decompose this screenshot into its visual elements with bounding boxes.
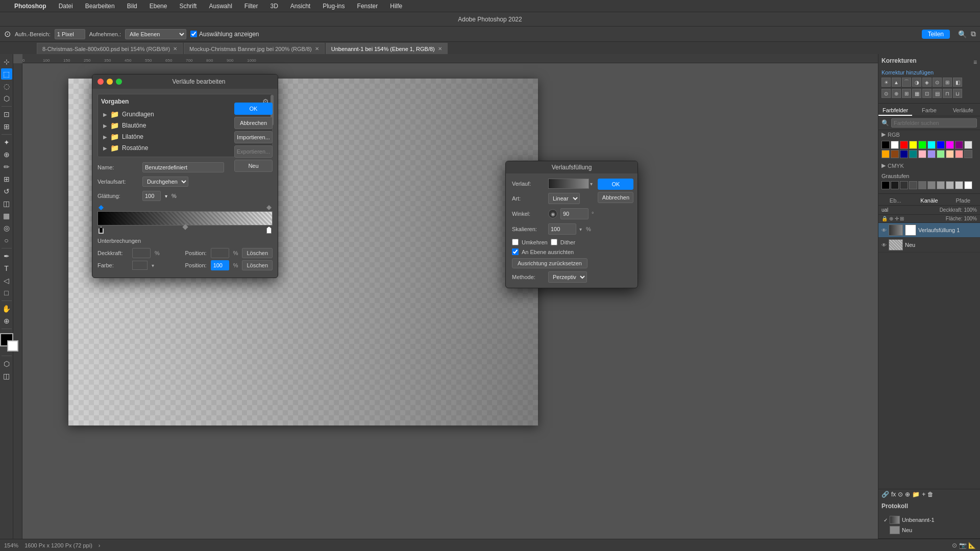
swatch-green[interactable] <box>918 141 926 149</box>
adj-icon[interactable]: ⊕ <box>905 491 910 498</box>
glaettung-input[interactable] <box>142 191 161 201</box>
abbrechen-button[interactable]: Abbrechen <box>234 117 273 129</box>
fill-gradient-arrow[interactable]: ▾ <box>590 181 593 187</box>
gs-7[interactable] <box>946 181 954 189</box>
auswahl-checkbox[interactable] <box>190 31 197 37</box>
menu-bild[interactable]: Bild <box>125 3 139 10</box>
tool-move[interactable]: ⊹ <box>1 56 12 67</box>
gs-4[interactable] <box>918 181 926 189</box>
arrange-button[interactable]: ⧉ <box>971 30 976 38</box>
name-input[interactable] <box>142 162 224 172</box>
tool-pen[interactable]: ✒ <box>1 251 12 262</box>
fill-ok-btn[interactable]: OK <box>598 179 633 190</box>
mask-icon[interactable]: ⊙ <box>898 491 903 498</box>
corr-extra[interactable]: ⊔ <box>953 89 962 98</box>
deckkraft-input[interactable] <box>132 248 151 258</box>
ausrichtung-btn[interactable]: Ausrichtung zurücksetzen <box>512 258 587 268</box>
tool-history-brush[interactable]: ↺ <box>1 186 12 197</box>
tool-text[interactable]: T <box>1 263 12 274</box>
corr-threshold[interactable]: ⊡ <box>922 89 932 98</box>
gs-8[interactable] <box>955 181 963 189</box>
corr-colorsearch[interactable]: ⊞ <box>902 89 911 98</box>
corr-posterize[interactable]: ▦ <box>912 89 921 98</box>
search-button[interactable]: 🔍 <box>958 30 967 38</box>
new-layer-icon[interactable]: + <box>922 491 925 498</box>
tool-select[interactable]: ⬚ <box>1 68 12 80</box>
menu-schrift[interactable]: Schrift <box>177 3 199 10</box>
tab-1[interactable]: 8-Christmas-Sale-800x600.psd bei 154% (R… <box>37 43 183 54</box>
umkehren-checkbox[interactable] <box>512 239 519 245</box>
gs-3[interactable] <box>909 181 917 189</box>
tool-gradient[interactable]: ▦ <box>1 210 12 221</box>
auswahl-checkbox-wrap[interactable]: Auswählung anzeigen <box>190 31 259 38</box>
maximize-button[interactable] <box>116 79 122 85</box>
verlaufsart-select[interactable]: Durchgehend <box>142 177 188 187</box>
loeschen-opacity-btn[interactable]: Löschen <box>242 248 273 258</box>
tool-shape[interactable]: □ <box>1 287 12 298</box>
tool-crop[interactable]: ⊡ <box>1 109 12 120</box>
corr-brightness[interactable]: ☀ <box>881 78 891 87</box>
swatch-peach[interactable] <box>946 150 954 158</box>
menu-bearbeiten[interactable]: Bearbeiten <box>83 3 117 10</box>
layer-row-gradient[interactable]: 👁 Verlaufsfüllung 1 <box>878 223 980 238</box>
close-button[interactable] <box>97 79 104 85</box>
position-color-input[interactable] <box>211 260 229 270</box>
tool-eraser[interactable]: ◫ <box>1 198 12 209</box>
tab-3-close[interactable]: ✕ <box>438 46 442 52</box>
aufnehmen-select[interactable]: Alle Ebenen <box>125 29 186 39</box>
swatch-purple[interactable] <box>955 141 963 149</box>
swatch-cyan[interactable] <box>927 141 936 149</box>
tab-1-close[interactable]: ✕ <box>173 46 177 52</box>
menu-hilfe[interactable]: Hilfe <box>388 3 404 10</box>
gs-black[interactable] <box>881 181 890 189</box>
corr-levels[interactable]: ▲ <box>892 78 901 87</box>
background-color[interactable] <box>7 340 18 352</box>
cmyk-section-header[interactable]: ▶ CMYK <box>878 161 980 170</box>
gs-5[interactable] <box>927 181 936 189</box>
ok-button[interactable]: OK <box>234 103 273 115</box>
opacity-handle-left[interactable] <box>99 205 104 210</box>
winkel-input[interactable] <box>560 208 589 219</box>
menu-fenster[interactable]: Fenster <box>355 3 380 10</box>
tool-extra2[interactable]: ◫ <box>1 370 12 382</box>
gs-white[interactable] <box>964 181 972 189</box>
corr-curves[interactable]: ⌒ <box>902 78 911 87</box>
menu-datei[interactable]: Datei <box>57 3 75 10</box>
group-icon[interactable]: 📁 <box>912 491 920 498</box>
loeschen-color-btn[interactable]: Löschen <box>242 260 273 270</box>
art-select[interactable]: Linear Radial <box>548 193 580 204</box>
tool-measure[interactable]: ⊞ <box>1 121 12 132</box>
gradient-bar[interactable] <box>97 211 273 226</box>
glaettung-arrow[interactable]: ▾ <box>165 193 167 199</box>
tool-zoom[interactable]: ⊕ <box>1 315 12 327</box>
swatch-lightgray2[interactable] <box>964 141 972 149</box>
tab-verlaeufe[interactable]: Verläufe <box>946 106 980 116</box>
corr-mixer[interactable]: ⊕ <box>892 89 901 98</box>
position-opacity-input[interactable] <box>211 248 229 258</box>
delete-icon[interactable]: 🗑 <box>927 491 934 498</box>
color-handle-left[interactable] <box>99 227 104 234</box>
tool-hand[interactable]: ✋ <box>1 303 12 314</box>
corr-photofilter[interactable]: ⊙ <box>881 89 891 98</box>
exportieren-button[interactable]: Exportieren... <box>234 145 273 158</box>
swatch-magenta[interactable] <box>946 141 954 149</box>
corr-colorbalance[interactable]: ⊞ <box>943 78 952 87</box>
layer-vis-icon[interactable]: 👁 <box>881 228 887 233</box>
swatch-rose[interactable] <box>955 150 963 158</box>
aufn-input[interactable] <box>55 29 85 39</box>
tool-lasso[interactable]: ◌ <box>1 81 12 92</box>
skalieren-arrow[interactable]: ▾ <box>579 227 582 232</box>
swatch-pink[interactable] <box>918 150 926 158</box>
swatch-teal[interactable] <box>909 150 917 158</box>
angle-icon[interactable]: ◉ <box>548 209 557 218</box>
corr-hsl[interactable]: ⊙ <box>933 78 942 87</box>
swatch-lime[interactable] <box>937 150 945 158</box>
importieren-button[interactable]: Importieren... <box>234 131 273 143</box>
protocol-row-1[interactable]: ✓ Unbenannt-1 <box>881 515 977 525</box>
corr-gradient-map[interactable]: ▤ <box>933 89 942 98</box>
swatch-brown[interactable] <box>891 150 899 158</box>
tab-farbe[interactable]: Farbe <box>912 106 946 116</box>
gs-6[interactable] <box>937 181 945 189</box>
swatch-orange[interactable] <box>881 150 890 158</box>
color-handle-right[interactable] <box>266 227 272 234</box>
